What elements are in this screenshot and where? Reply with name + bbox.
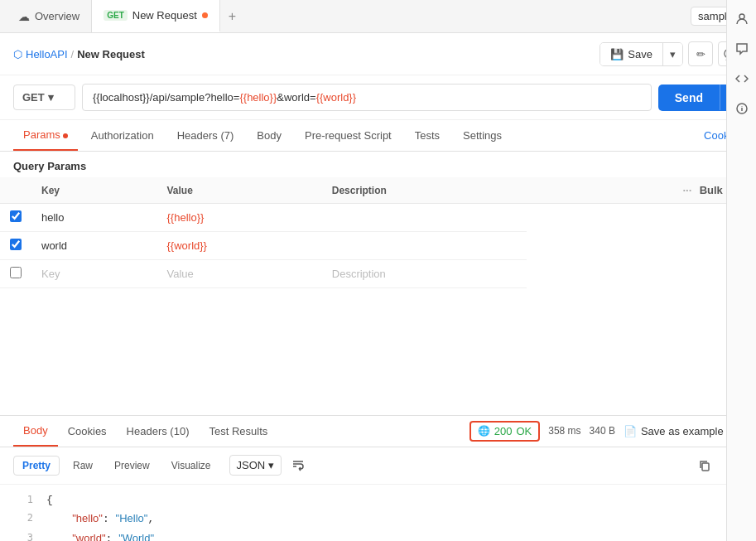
overview-tab-label: Overview — [35, 10, 79, 22]
new-row-checkbox[interactable] — [10, 267, 22, 278]
resp-tab-body[interactable]: Body — [13, 416, 58, 447]
send-button[interactable]: Send — [658, 85, 720, 111]
breadcrumb-separator: / — [71, 48, 75, 60]
cloud-icon: ☁ — [18, 10, 30, 23]
request-tabs: Params Authorization Headers (7) Body Pr… — [0, 120, 756, 152]
row2-value[interactable]: {{world}} — [157, 232, 322, 260]
tab-params[interactable]: Params — [13, 120, 78, 151]
checkbox-header — [0, 177, 31, 204]
breadcrumb: ⬡ HelloAPI / New Request — [13, 48, 145, 60]
description-header: Description — [322, 177, 527, 204]
breadcrumb-current: New Request — [77, 48, 145, 60]
tab-pre-request[interactable]: Pre-request Script — [295, 121, 402, 150]
chevron-down-icon: ▾ — [268, 459, 274, 471]
format-pretty[interactable]: Pretty — [13, 456, 60, 476]
unsaved-dot — [202, 12, 208, 18]
action-buttons: 💾 Save ▾ ✏ 💬 — [600, 41, 743, 66]
tab-bar: ☁ Overview GET New Request + sample ▾ — [0, 0, 756, 33]
resp-tab-headers[interactable]: Headers (10) — [117, 417, 200, 446]
response-size: 340 B — [590, 425, 615, 437]
url-input[interactable]: {{localhost}}/api/sample?hello={{hello}}… — [82, 84, 652, 111]
method-badge: GET — [104, 10, 128, 21]
response-tabs-bar: Body Cookies Headers (10) Test Results 🌐… — [0, 416, 756, 447]
url-param1: {{hello}} — [239, 91, 277, 104]
code-content: { — [46, 492, 53, 510]
method-select[interactable]: GET ▾ — [13, 85, 75, 110]
svg-rect-0 — [702, 463, 709, 471]
code-area: 1 { 2 "hello": "Hello", 3 "world": "Worl… — [0, 485, 756, 542]
add-tab-button[interactable]: + — [220, 9, 244, 24]
save-as-example-button[interactable]: 📄 Save as example — [624, 425, 724, 437]
tab-tests[interactable]: Tests — [405, 121, 450, 150]
tab-body[interactable]: Body — [247, 121, 291, 150]
format-raw[interactable]: Raw — [65, 456, 101, 475]
bulk-edit-header[interactable]: ··· Bulk Edit — [527, 177, 756, 204]
url-bar: GET ▾ {{localhost}}/api/sample?hello={{h… — [0, 75, 756, 120]
status-text: OK — [516, 425, 532, 437]
url-param2: {{world}} — [316, 91, 356, 104]
three-dots-icon: ··· — [682, 184, 691, 196]
breadcrumb-parent[interactable]: HelloAPI — [26, 48, 68, 60]
status-code: 200 — [494, 425, 513, 437]
row1-value[interactable]: {{hello}} — [157, 204, 322, 232]
save-button-group: 💾 Save ▾ — [600, 42, 683, 66]
overview-tab[interactable]: ☁ Overview — [7, 0, 92, 32]
table-row: hello {{hello}} — [0, 204, 756, 232]
line-number: 3 — [13, 530, 33, 541]
resp-tab-cookies[interactable]: Cookies — [58, 417, 117, 446]
params-table: Key Value Description ··· Bulk Edit hell… — [0, 177, 756, 288]
json-format-select[interactable]: JSON ▾ — [229, 455, 282, 476]
person-icon[interactable] — [730, 7, 754, 31]
row1-key[interactable]: hello — [31, 204, 157, 232]
method-label: GET — [22, 91, 45, 104]
row1-description[interactable] — [322, 204, 527, 232]
new-description-placeholder[interactable]: Description — [322, 260, 527, 288]
empty-space — [0, 288, 756, 415]
code-line-3: 3 "world": "World" — [0, 529, 756, 541]
cloud-api-icon: ⬡ — [13, 48, 22, 60]
status-badge: 🌐 200 OK — [469, 421, 541, 442]
params-dot — [63, 133, 68, 138]
format-visualize[interactable]: Visualize — [163, 456, 219, 475]
save-icon: 💾 — [610, 48, 624, 60]
table-row-placeholder: Key Value Description — [0, 260, 756, 288]
chat-icon[interactable] — [730, 36, 754, 61]
response-time: 358 ms — [548, 425, 580, 437]
format-preview[interactable]: Preview — [106, 456, 158, 475]
new-key-placeholder[interactable]: Key — [31, 260, 157, 288]
resp-tab-test-results[interactable]: Test Results — [199, 417, 277, 446]
wrap-text-button[interactable] — [287, 454, 310, 477]
response-section: Body Cookies Headers (10) Test Results 🌐… — [0, 415, 756, 542]
value-header: Value — [157, 177, 322, 204]
info-icon[interactable] — [730, 96, 754, 121]
tab-authorization[interactable]: Authorization — [81, 121, 164, 150]
tab-headers[interactable]: Headers (7) — [167, 121, 244, 150]
new-request-tab-label: New Request — [132, 9, 197, 22]
row2-description[interactable] — [322, 232, 527, 260]
new-request-tab[interactable]: GET New Request — [92, 0, 220, 32]
row1-checkbox[interactable] — [10, 210, 22, 222]
row2-key[interactable]: world — [31, 232, 157, 260]
tab-settings[interactable]: Settings — [453, 121, 512, 150]
line-number: 1 — [13, 492, 33, 508]
code-line-2: 2 "hello": "Hello", — [0, 510, 756, 529]
format-bar: Pretty Raw Preview Visualize JSON ▾ — [0, 447, 756, 485]
save-button[interactable]: 💾 Save — [600, 43, 663, 65]
line-number: 2 — [13, 510, 33, 526]
svg-point-2 — [739, 14, 744, 19]
new-value-placeholder[interactable]: Value — [157, 260, 322, 288]
code-content: "world": "World" — [46, 530, 154, 541]
chevron-down-icon: ▾ — [48, 91, 54, 104]
row2-checkbox[interactable] — [10, 239, 22, 250]
url-plain: {{localhost}}/api/sample?hello= — [93, 91, 239, 104]
response-status-area: 🌐 200 OK 358 ms 340 B 📄 Save as example … — [469, 421, 743, 442]
save-file-icon: 📄 — [624, 425, 637, 437]
code-line-1: 1 { — [0, 491, 756, 510]
code-icon[interactable] — [730, 66, 754, 91]
url-and: &world= — [277, 91, 315, 104]
breadcrumb-bar: ⬡ HelloAPI / New Request 💾 Save ▾ ✏ 💬 — [0, 33, 756, 75]
copy-button[interactable] — [693, 454, 716, 477]
edit-button[interactable]: ✏ — [688, 41, 713, 66]
section-title: Query Params — [0, 152, 756, 177]
save-dropdown-button[interactable]: ▾ — [663, 43, 682, 65]
